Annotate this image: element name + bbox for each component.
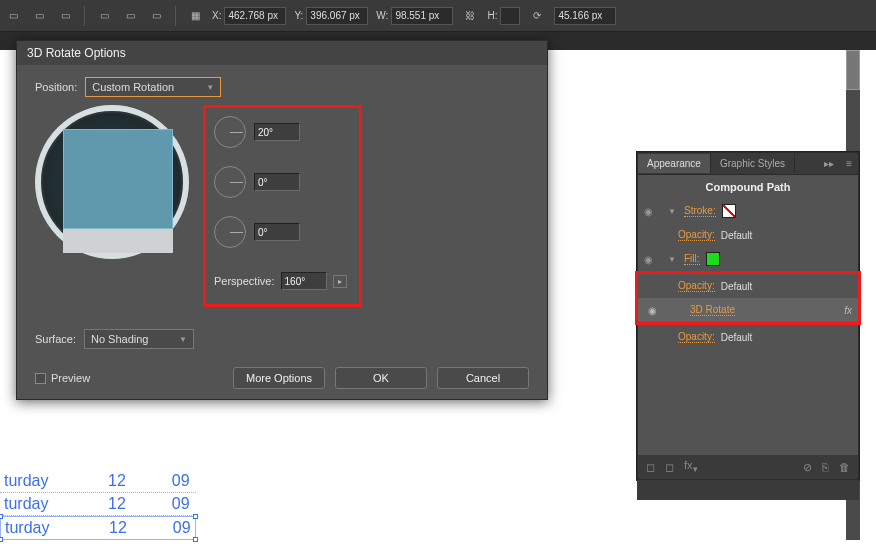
preview-label: Preview — [51, 372, 90, 384]
surface-select[interactable]: No Shading ▼ — [84, 329, 194, 349]
rotate-input[interactable] — [554, 7, 616, 25]
scrollbar-thumb[interactable] — [846, 50, 860, 90]
new-stroke-icon[interactable]: ◻ — [646, 461, 655, 474]
tab-graphic-styles[interactable]: Graphic Styles — [711, 154, 795, 173]
w-input[interactable] — [391, 7, 453, 25]
fx-menu-icon[interactable]: fx▾ — [684, 459, 698, 474]
perspective-input[interactable] — [281, 272, 327, 290]
z-axis-input[interactable] — [254, 223, 300, 241]
dialog-title: 3D Rotate Options — [17, 41, 547, 65]
text-n1[interactable]: 12 — [109, 519, 127, 537]
position-label: Position: — [35, 81, 77, 93]
angle-controls-highlight: Perspective: ▸ — [203, 105, 362, 307]
stroke-row[interactable]: ◉ ▼ Stroke: — [638, 199, 858, 223]
preview-checkbox[interactable]: Preview — [35, 372, 90, 384]
stroke-opacity-row[interactable]: Opacity: Default — [638, 223, 858, 247]
align-bottom-icon[interactable]: ▭ — [147, 7, 165, 25]
text-day[interactable]: turday — [4, 472, 62, 490]
panel-collapse-icon[interactable]: ▸▸ — [818, 158, 840, 169]
visibility-icon[interactable]: ◉ — [644, 206, 662, 217]
y-axis-input[interactable] — [254, 173, 300, 191]
tab-appearance[interactable]: Appearance — [638, 154, 711, 173]
fill-opacity-row[interactable]: Opacity: Default — [638, 274, 858, 298]
appearance-panel: Appearance Graphic Styles ▸▸ ≡ Compound … — [637, 152, 859, 480]
text-day[interactable]: turday — [5, 519, 63, 537]
text-day[interactable]: turday — [4, 495, 62, 513]
opacity-label[interactable]: Opacity: — [678, 229, 715, 241]
text-n2[interactable]: 09 — [172, 472, 190, 490]
align-left-icon[interactable]: ▭ — [4, 7, 22, 25]
selection-handle[interactable] — [193, 537, 198, 542]
fill-row[interactable]: ◉ ▼ Fill: — [638, 247, 858, 271]
visibility-icon[interactable]: ◉ — [644, 254, 662, 265]
perspective-stepper[interactable]: ▸ — [333, 275, 347, 288]
chevron-down-icon: ▼ — [179, 335, 187, 344]
top-toolbar: ▭ ▭ ▭ ▭ ▭ ▭ ▦ X: Y: W: ⛓ H: ⟳ — [0, 0, 876, 32]
text-n1[interactable]: 12 — [108, 495, 126, 513]
opacity-value: Default — [721, 230, 753, 241]
w-label: W: — [376, 10, 388, 21]
appearance-target: Compound Path — [638, 175, 858, 199]
surface-label: Surface: — [35, 333, 76, 345]
h-input[interactable] — [500, 7, 520, 25]
selection-handle[interactable] — [193, 514, 198, 519]
fill-swatch[interactable] — [706, 252, 720, 266]
stroke-swatch[interactable] — [722, 204, 736, 218]
fill-label[interactable]: Fill: — [684, 253, 700, 265]
z-axis-dial[interactable] — [214, 216, 246, 248]
duplicate-icon[interactable]: ⎘ — [822, 461, 829, 474]
x-axis-input[interactable] — [254, 123, 300, 141]
panel-menu-icon[interactable]: ≡ — [840, 158, 858, 169]
x-axis-dial[interactable] — [214, 116, 246, 148]
more-options-button[interactable]: More Options — [233, 367, 325, 389]
3d-cube-bottom — [63, 229, 173, 253]
3d-rotate-effect-row[interactable]: ◉ 3D Rotate fx — [638, 298, 858, 322]
canvas-text-objects: turday1209 turday1209 turday1209 — [0, 470, 196, 540]
checkbox-icon — [35, 373, 46, 384]
x-label: X: — [212, 10, 221, 21]
clear-icon[interactable]: ⊘ — [803, 461, 812, 474]
panel-footer: ◻ ◻ fx▾ ⊘ ⎘ 🗑 — [638, 455, 858, 479]
chevron-down-icon: ▼ — [206, 83, 214, 92]
object-opacity-row[interactable]: Opacity: Default — [638, 325, 858, 349]
text-n2[interactable]: 09 — [172, 495, 190, 513]
y-label: Y: — [294, 10, 303, 21]
align-right-icon[interactable]: ▭ — [56, 7, 74, 25]
align-center-icon[interactable]: ▭ — [30, 7, 48, 25]
link-icon[interactable]: ⛓ — [461, 7, 479, 25]
y-input[interactable] — [306, 7, 368, 25]
selection-handle[interactable] — [0, 537, 3, 542]
ok-button[interactable]: OK — [335, 367, 427, 389]
surface-value: No Shading — [91, 333, 149, 345]
perspective-label: Perspective: — [214, 275, 275, 287]
transform-icon[interactable]: ▦ — [186, 7, 204, 25]
text-n2[interactable]: 09 — [173, 519, 191, 537]
selection-handle[interactable] — [0, 514, 3, 519]
trash-icon[interactable]: 🗑 — [839, 461, 850, 474]
align-top-icon[interactable]: ▭ — [95, 7, 113, 25]
visibility-icon[interactable]: ◉ — [648, 305, 666, 316]
disclosure-icon[interactable]: ▼ — [668, 255, 678, 264]
fx-icon[interactable]: fx — [844, 305, 852, 316]
panel-dock-strip — [637, 480, 859, 500]
stroke-label[interactable]: Stroke: — [684, 205, 716, 217]
opacity-label[interactable]: Opacity: — [678, 280, 715, 292]
3d-rotate-dialog: 3D Rotate Options Position: Custom Rotat… — [16, 40, 548, 400]
opacity-label[interactable]: Opacity: — [678, 331, 715, 343]
h-label: H: — [487, 10, 497, 21]
align-vcenter-icon[interactable]: ▭ — [121, 7, 139, 25]
position-select[interactable]: Custom Rotation ▼ — [85, 77, 221, 97]
x-input[interactable] — [224, 7, 286, 25]
text-n1[interactable]: 12 — [108, 472, 126, 490]
cancel-button[interactable]: Cancel — [437, 367, 529, 389]
3d-cube-face — [63, 129, 173, 229]
new-fill-icon[interactable]: ◻ — [665, 461, 674, 474]
effect-label[interactable]: 3D Rotate — [690, 304, 735, 316]
rotate-icon[interactable]: ⟳ — [528, 7, 546, 25]
position-value: Custom Rotation — [92, 81, 174, 93]
highlight-ring: Opacity: Default ◉ 3D Rotate fx — [635, 271, 861, 325]
y-axis-dial[interactable] — [214, 166, 246, 198]
opacity-value: Default — [721, 281, 753, 292]
3d-trackball[interactable] — [35, 105, 189, 259]
disclosure-icon[interactable]: ▼ — [668, 207, 678, 216]
